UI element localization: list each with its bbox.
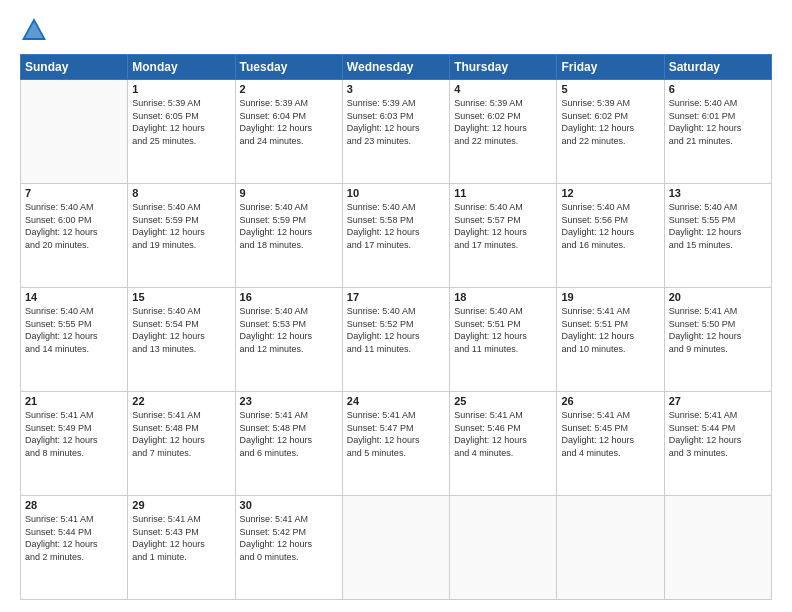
- day-info: Sunrise: 5:41 AM Sunset: 5:45 PM Dayligh…: [561, 409, 659, 459]
- day-info: Sunrise: 5:40 AM Sunset: 5:56 PM Dayligh…: [561, 201, 659, 251]
- calendar-day-cell: 3Sunrise: 5:39 AM Sunset: 6:03 PM Daylig…: [342, 80, 449, 184]
- logo: [20, 16, 52, 44]
- calendar-day-cell: [557, 496, 664, 600]
- day-number: 26: [561, 395, 659, 407]
- calendar-day-cell: 12Sunrise: 5:40 AM Sunset: 5:56 PM Dayli…: [557, 184, 664, 288]
- day-info: Sunrise: 5:40 AM Sunset: 5:52 PM Dayligh…: [347, 305, 445, 355]
- calendar-day-cell: 18Sunrise: 5:40 AM Sunset: 5:51 PM Dayli…: [450, 288, 557, 392]
- day-number: 23: [240, 395, 338, 407]
- day-info: Sunrise: 5:41 AM Sunset: 5:44 PM Dayligh…: [669, 409, 767, 459]
- calendar-day-cell: 7Sunrise: 5:40 AM Sunset: 6:00 PM Daylig…: [21, 184, 128, 288]
- day-number: 13: [669, 187, 767, 199]
- day-number: 25: [454, 395, 552, 407]
- day-info: Sunrise: 5:41 AM Sunset: 5:46 PM Dayligh…: [454, 409, 552, 459]
- day-info: Sunrise: 5:39 AM Sunset: 6:04 PM Dayligh…: [240, 97, 338, 147]
- day-number: 5: [561, 83, 659, 95]
- day-number: 30: [240, 499, 338, 511]
- day-number: 9: [240, 187, 338, 199]
- calendar-week-row: 7Sunrise: 5:40 AM Sunset: 6:00 PM Daylig…: [21, 184, 772, 288]
- calendar-week-row: 1Sunrise: 5:39 AM Sunset: 6:05 PM Daylig…: [21, 80, 772, 184]
- day-info: Sunrise: 5:40 AM Sunset: 5:58 PM Dayligh…: [347, 201, 445, 251]
- day-info: Sunrise: 5:39 AM Sunset: 6:05 PM Dayligh…: [132, 97, 230, 147]
- day-number: 14: [25, 291, 123, 303]
- day-info: Sunrise: 5:41 AM Sunset: 5:51 PM Dayligh…: [561, 305, 659, 355]
- day-info: Sunrise: 5:40 AM Sunset: 5:59 PM Dayligh…: [240, 201, 338, 251]
- calendar-week-row: 21Sunrise: 5:41 AM Sunset: 5:49 PM Dayli…: [21, 392, 772, 496]
- day-number: 15: [132, 291, 230, 303]
- day-number: 12: [561, 187, 659, 199]
- weekday-header-row: SundayMondayTuesdayWednesdayThursdayFrid…: [21, 55, 772, 80]
- calendar-day-cell: 23Sunrise: 5:41 AM Sunset: 5:48 PM Dayli…: [235, 392, 342, 496]
- day-info: Sunrise: 5:40 AM Sunset: 5:51 PM Dayligh…: [454, 305, 552, 355]
- calendar-week-row: 28Sunrise: 5:41 AM Sunset: 5:44 PM Dayli…: [21, 496, 772, 600]
- calendar-day-cell: 10Sunrise: 5:40 AM Sunset: 5:58 PM Dayli…: [342, 184, 449, 288]
- day-info: Sunrise: 5:39 AM Sunset: 6:02 PM Dayligh…: [454, 97, 552, 147]
- day-number: 1: [132, 83, 230, 95]
- calendar-day-cell: 24Sunrise: 5:41 AM Sunset: 5:47 PM Dayli…: [342, 392, 449, 496]
- calendar-day-cell: [664, 496, 771, 600]
- calendar-day-cell: 5Sunrise: 5:39 AM Sunset: 6:02 PM Daylig…: [557, 80, 664, 184]
- day-number: 22: [132, 395, 230, 407]
- calendar-week-row: 14Sunrise: 5:40 AM Sunset: 5:55 PM Dayli…: [21, 288, 772, 392]
- day-number: 21: [25, 395, 123, 407]
- calendar-day-cell: 25Sunrise: 5:41 AM Sunset: 5:46 PM Dayli…: [450, 392, 557, 496]
- calendar-day-cell: 2Sunrise: 5:39 AM Sunset: 6:04 PM Daylig…: [235, 80, 342, 184]
- calendar-day-cell: 19Sunrise: 5:41 AM Sunset: 5:51 PM Dayli…: [557, 288, 664, 392]
- calendar-day-cell: [21, 80, 128, 184]
- day-info: Sunrise: 5:41 AM Sunset: 5:43 PM Dayligh…: [132, 513, 230, 563]
- calendar-day-cell: 1Sunrise: 5:39 AM Sunset: 6:05 PM Daylig…: [128, 80, 235, 184]
- day-info: Sunrise: 5:40 AM Sunset: 6:00 PM Dayligh…: [25, 201, 123, 251]
- calendar-day-cell: 14Sunrise: 5:40 AM Sunset: 5:55 PM Dayli…: [21, 288, 128, 392]
- day-number: 11: [454, 187, 552, 199]
- weekday-header-sunday: Sunday: [21, 55, 128, 80]
- day-info: Sunrise: 5:40 AM Sunset: 5:59 PM Dayligh…: [132, 201, 230, 251]
- calendar-day-cell: 13Sunrise: 5:40 AM Sunset: 5:55 PM Dayli…: [664, 184, 771, 288]
- day-number: 27: [669, 395, 767, 407]
- day-info: Sunrise: 5:41 AM Sunset: 5:49 PM Dayligh…: [25, 409, 123, 459]
- day-info: Sunrise: 5:41 AM Sunset: 5:50 PM Dayligh…: [669, 305, 767, 355]
- day-info: Sunrise: 5:40 AM Sunset: 5:54 PM Dayligh…: [132, 305, 230, 355]
- calendar-day-cell: 28Sunrise: 5:41 AM Sunset: 5:44 PM Dayli…: [21, 496, 128, 600]
- calendar-day-cell: [342, 496, 449, 600]
- day-info: Sunrise: 5:41 AM Sunset: 5:48 PM Dayligh…: [240, 409, 338, 459]
- day-number: 24: [347, 395, 445, 407]
- day-number: 29: [132, 499, 230, 511]
- weekday-header-thursday: Thursday: [450, 55, 557, 80]
- calendar-day-cell: 29Sunrise: 5:41 AM Sunset: 5:43 PM Dayli…: [128, 496, 235, 600]
- logo-icon: [20, 16, 48, 44]
- calendar-day-cell: 30Sunrise: 5:41 AM Sunset: 5:42 PM Dayli…: [235, 496, 342, 600]
- day-info: Sunrise: 5:41 AM Sunset: 5:48 PM Dayligh…: [132, 409, 230, 459]
- calendar-day-cell: 6Sunrise: 5:40 AM Sunset: 6:01 PM Daylig…: [664, 80, 771, 184]
- day-number: 7: [25, 187, 123, 199]
- day-info: Sunrise: 5:39 AM Sunset: 6:02 PM Dayligh…: [561, 97, 659, 147]
- weekday-header-saturday: Saturday: [664, 55, 771, 80]
- day-number: 2: [240, 83, 338, 95]
- calendar-day-cell: 9Sunrise: 5:40 AM Sunset: 5:59 PM Daylig…: [235, 184, 342, 288]
- calendar-day-cell: 8Sunrise: 5:40 AM Sunset: 5:59 PM Daylig…: [128, 184, 235, 288]
- calendar-day-cell: 17Sunrise: 5:40 AM Sunset: 5:52 PM Dayli…: [342, 288, 449, 392]
- calendar-day-cell: 21Sunrise: 5:41 AM Sunset: 5:49 PM Dayli…: [21, 392, 128, 496]
- day-number: 28: [25, 499, 123, 511]
- day-number: 6: [669, 83, 767, 95]
- day-info: Sunrise: 5:41 AM Sunset: 5:47 PM Dayligh…: [347, 409, 445, 459]
- day-info: Sunrise: 5:40 AM Sunset: 5:57 PM Dayligh…: [454, 201, 552, 251]
- calendar-day-cell: [450, 496, 557, 600]
- day-info: Sunrise: 5:41 AM Sunset: 5:42 PM Dayligh…: [240, 513, 338, 563]
- calendar-day-cell: 4Sunrise: 5:39 AM Sunset: 6:02 PM Daylig…: [450, 80, 557, 184]
- day-number: 20: [669, 291, 767, 303]
- weekday-header-wednesday: Wednesday: [342, 55, 449, 80]
- calendar-table: SundayMondayTuesdayWednesdayThursdayFrid…: [20, 54, 772, 600]
- day-number: 8: [132, 187, 230, 199]
- day-number: 18: [454, 291, 552, 303]
- day-info: Sunrise: 5:40 AM Sunset: 5:55 PM Dayligh…: [25, 305, 123, 355]
- day-number: 17: [347, 291, 445, 303]
- day-info: Sunrise: 5:40 AM Sunset: 6:01 PM Dayligh…: [669, 97, 767, 147]
- day-info: Sunrise: 5:40 AM Sunset: 5:55 PM Dayligh…: [669, 201, 767, 251]
- calendar-day-cell: 27Sunrise: 5:41 AM Sunset: 5:44 PM Dayli…: [664, 392, 771, 496]
- weekday-header-tuesday: Tuesday: [235, 55, 342, 80]
- page: SundayMondayTuesdayWednesdayThursdayFrid…: [0, 0, 792, 612]
- day-number: 3: [347, 83, 445, 95]
- day-number: 19: [561, 291, 659, 303]
- calendar-day-cell: 11Sunrise: 5:40 AM Sunset: 5:57 PM Dayli…: [450, 184, 557, 288]
- weekday-header-monday: Monday: [128, 55, 235, 80]
